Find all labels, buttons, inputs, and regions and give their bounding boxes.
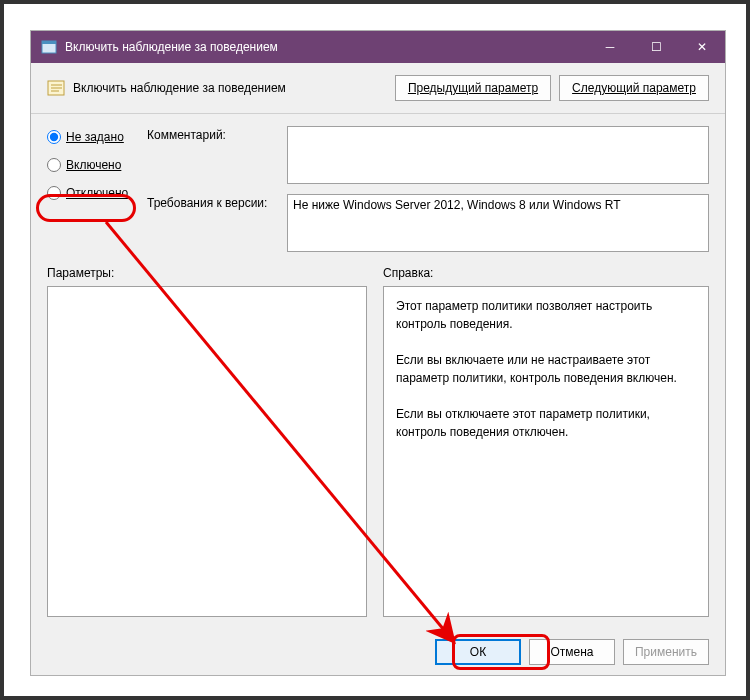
policy-title: Включить наблюдение за поведением xyxy=(73,81,387,95)
apply-button[interactable]: Применить xyxy=(623,639,709,665)
parameters-label: Параметры: xyxy=(47,266,367,280)
radio-not-configured-label[interactable]: Не задано xyxy=(66,130,124,144)
ok-button[interactable]: ОК xyxy=(435,639,521,665)
window-title: Включить наблюдение за поведением xyxy=(65,40,587,54)
next-setting-button[interactable]: Следующий параметр xyxy=(559,75,709,101)
comment-label: Комментарий: xyxy=(147,126,287,184)
radio-not-configured[interactable] xyxy=(47,130,61,144)
radio-enabled-label[interactable]: Включено xyxy=(66,158,121,172)
svg-rect-1 xyxy=(42,41,56,44)
footer: ОК Отмена Применить xyxy=(31,629,725,675)
window-icon xyxy=(41,39,57,55)
policy-icon xyxy=(47,79,65,97)
toolbar: Включить наблюдение за поведением Предыд… xyxy=(31,63,725,114)
radio-disabled-label[interactable]: Отключено xyxy=(66,186,128,200)
previous-setting-button[interactable]: Предыдущий параметр xyxy=(395,75,551,101)
help-panel[interactable]: Этот параметр политики позволяет настрои… xyxy=(383,286,709,617)
parameters-panel[interactable] xyxy=(47,286,367,617)
requirements-textarea: Не ниже Windows Server 2012, Windows 8 и… xyxy=(287,194,709,252)
state-radio-group: Не задано Включено Отключено xyxy=(47,126,147,252)
close-button[interactable]: ✕ xyxy=(679,31,725,63)
radio-disabled[interactable] xyxy=(47,186,61,200)
policy-dialog: Включить наблюдение за поведением ─ ☐ ✕ … xyxy=(30,30,726,676)
maximize-button[interactable]: ☐ xyxy=(633,31,679,63)
minimize-button[interactable]: ─ xyxy=(587,31,633,63)
comment-textarea[interactable] xyxy=(287,126,709,184)
requirements-label: Требования к версии: xyxy=(147,194,287,252)
help-label: Справка: xyxy=(383,266,709,280)
radio-enabled[interactable] xyxy=(47,158,61,172)
titlebar: Включить наблюдение за поведением ─ ☐ ✕ xyxy=(31,31,725,63)
cancel-button[interactable]: Отмена xyxy=(529,639,615,665)
content-area: Не задано Включено Отключено Комментарий… xyxy=(31,114,725,629)
